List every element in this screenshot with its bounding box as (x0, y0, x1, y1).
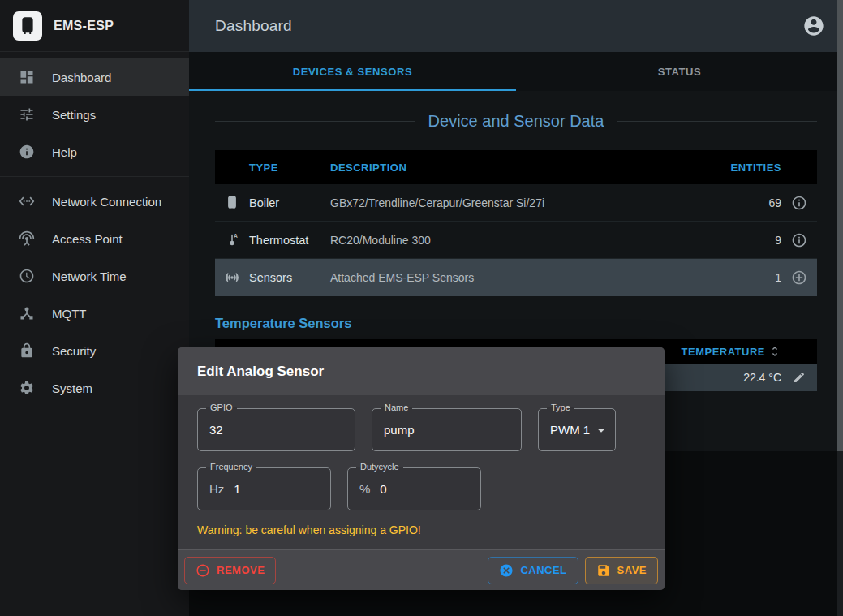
device-table-header: TYPE DESCRIPTION ENTITIES (215, 150, 817, 184)
sidebar-item-label: Security (52, 344, 96, 358)
lock-icon (18, 342, 36, 360)
sidebar-item-system[interactable]: System (0, 369, 189, 407)
sidebar-item-label: MQTT (52, 307, 87, 321)
tab-status[interactable]: STATUS (516, 52, 843, 91)
temperature-sensors-title: Temperature Sensors (215, 316, 817, 331)
column-header-description: DESCRIPTION (330, 162, 725, 174)
edit-analog-sensor-dialog: Edit Analog Sensor GPIO 32 Name pump Typ… (178, 347, 665, 590)
sidebar-item-security[interactable]: Security (0, 332, 189, 369)
dialog-body: GPIO 32 Name pump Type PWM 1 Frequency H… (178, 395, 665, 549)
settings-tune-icon (18, 106, 36, 123)
device-entities-count: 69 (725, 196, 781, 209)
info-outline-icon[interactable] (791, 232, 807, 248)
sidebar-item-label: Help (52, 145, 77, 159)
scrollbar-thumb[interactable] (837, 0, 843, 451)
dutycycle-unit-prefix: % (359, 482, 370, 496)
device-type: Thermostat (249, 234, 330, 247)
sidebar-item-help[interactable]: Help (0, 133, 189, 170)
app-logo (13, 11, 42, 41)
device-type: Sensors (249, 271, 330, 284)
page-title: Dashboard (215, 17, 292, 35)
section-title-divider: Device and Sensor Data (215, 112, 817, 131)
column-header-temperature[interactable]: TEMPERATURE (682, 346, 765, 358)
type-select[interactable]: Type PWM 1 (538, 408, 616, 451)
name-field-label: Name (381, 403, 412, 412)
scrollbar[interactable] (837, 0, 843, 616)
app-name: EMS-ESP (54, 19, 114, 33)
device-description: RC20/Moduline 300 (330, 234, 725, 247)
frequency-field-value: 1 (234, 482, 240, 496)
sidebar-item-network-connection[interactable]: Network Connection (0, 183, 189, 220)
sidebar-item-label: System (52, 381, 92, 395)
device-hub-icon (18, 304, 36, 322)
dutycycle-field-value: 0 (380, 482, 386, 496)
sidebar-item-label: Network Connection (52, 195, 161, 209)
divider-line (617, 121, 817, 122)
tab-devices-sensors[interactable]: DEVICES & SENSORS (189, 52, 516, 91)
save-icon (596, 563, 611, 578)
column-header-entities: ENTITIES (725, 162, 781, 174)
sidebar-item-mqtt[interactable]: MQTT (0, 295, 189, 332)
frequency-field[interactable]: Frequency Hz 1 (197, 467, 331, 510)
sensors-signal-icon (224, 269, 240, 286)
sidebar-item-label: Dashboard (52, 71, 111, 84)
add-circle-icon[interactable] (791, 269, 807, 286)
sort-icon[interactable] (768, 345, 781, 358)
sidebar-item-settings[interactable]: Settings (0, 96, 189, 133)
frequency-unit-prefix: Hz (209, 482, 224, 496)
name-field[interactable]: Name pump (372, 408, 522, 451)
remove-icon (196, 563, 210, 578)
account-icon[interactable] (802, 15, 825, 37)
dialog-header: Edit Analog Sensor (178, 347, 665, 395)
type-select-value: PWM 1 (550, 423, 590, 437)
type-select-label: Type (547, 403, 574, 412)
device-description: GBx72/Trendline/Cerapur/Greenstar Si/27i (330, 196, 725, 209)
sidebar-item-label: Access Point (52, 232, 123, 246)
gpio-field[interactable]: GPIO 32 (197, 408, 355, 451)
edit-icon[interactable] (793, 371, 806, 384)
device-entities-count: 1 (725, 271, 781, 284)
dialog-footer: REMOVE CANCEL SAVE (178, 549, 665, 590)
cancel-icon (499, 563, 514, 578)
access-point-antenna-icon (18, 230, 36, 248)
dialog-fields-row-1: GPIO 32 Name pump Type PWM 1 (197, 408, 645, 451)
dutycycle-field-label: Dutycycle (356, 462, 403, 472)
cancel-button-label: CANCEL (520, 564, 566, 576)
table-row-thermostat[interactable]: A Thermostat RC20/Moduline 300 9 (215, 222, 817, 259)
dialog-fields-row-2: Frequency Hz 1 Dutycycle % 0 (197, 467, 645, 510)
remove-button[interactable]: REMOVE (184, 557, 276, 584)
save-button-label: SAVE (617, 564, 647, 576)
sidebar: EMS-ESP Dashboard Settings Help Networ (0, 0, 189, 616)
remove-button-label: REMOVE (217, 564, 265, 576)
info-outline-icon[interactable] (791, 195, 807, 211)
boiler-icon (224, 195, 240, 211)
tab-bar: DEVICES & SENSORS STATUS (189, 52, 843, 91)
dialog-title: Edit Analog Sensor (197, 364, 324, 380)
frequency-field-label: Frequency (206, 462, 256, 472)
table-row-boiler[interactable]: Boiler GBx72/Trendline/Cerapur/Greenstar… (215, 184, 817, 222)
dropdown-icon[interactable] (592, 421, 610, 439)
clock-icon (18, 267, 36, 285)
gpio-warning-text: Warning: be careful when assigning a GPI… (197, 523, 645, 536)
help-info-icon (18, 143, 36, 161)
device-table: TYPE DESCRIPTION ENTITIES Boiler GBx72/T… (215, 150, 817, 296)
cancel-button[interactable]: CANCEL (488, 557, 578, 584)
sidebar-item-label: Network Time (52, 269, 127, 283)
sidebar-item-access-point[interactable]: Access Point (0, 220, 189, 257)
network-connection-icon (18, 192, 36, 210)
gpio-field-value: 32 (209, 423, 223, 437)
table-row-sensors[interactable]: Sensors Attached EMS-ESP Sensors 1 (215, 259, 817, 296)
gear-icon (18, 379, 36, 397)
divider-line (215, 121, 415, 122)
save-button[interactable]: SAVE (585, 557, 658, 584)
sidebar-nav: Dashboard Settings Help Network Connecti… (0, 52, 189, 407)
name-field-value: pump (384, 423, 415, 437)
svg-text:A: A (234, 233, 238, 239)
device-entities-count: 9 (725, 234, 781, 247)
dutycycle-field[interactable]: Dutycycle % 0 (347, 467, 481, 510)
sidebar-divider (0, 176, 189, 177)
sidebar-item-dashboard[interactable]: Dashboard (0, 58, 189, 96)
device-type: Boiler (249, 196, 330, 209)
app-logo-bar: EMS-ESP (0, 0, 189, 52)
sidebar-item-network-time[interactable]: Network Time (0, 257, 189, 295)
